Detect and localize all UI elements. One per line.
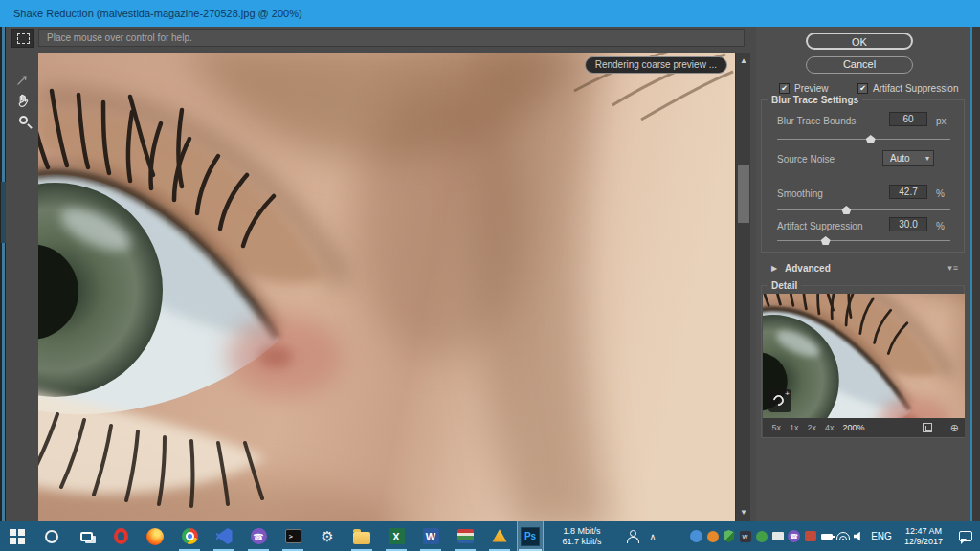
smoothing-label: Smoothing xyxy=(777,188,823,199)
tray-w-app[interactable]: w xyxy=(737,521,753,551)
taskbar-app-media[interactable] xyxy=(448,521,482,551)
smoothing-input[interactable] xyxy=(889,185,927,199)
taskbar-app-file-explorer[interactable] xyxy=(345,521,379,551)
taskbar-app-excel[interactable]: X xyxy=(379,521,413,551)
artifact-suppression-input[interactable] xyxy=(889,217,927,231)
people-button[interactable] xyxy=(625,530,639,542)
language-indicator[interactable]: ENG xyxy=(867,531,896,541)
shake-reduction-dialog: Place mouse over control for help. xyxy=(0,27,980,521)
clock-time: 12:47 AM xyxy=(896,526,951,537)
tray-mail[interactable] xyxy=(769,521,786,551)
clock-date: 12/9/2017 xyxy=(896,537,951,547)
taskbar-app-visual-studio[interactable] xyxy=(207,521,241,551)
start-button[interactable] xyxy=(0,521,34,551)
check-icon: ✔ xyxy=(859,84,866,93)
taskbar-app-firefox[interactable] xyxy=(138,521,172,551)
taskbar-app-word[interactable]: W xyxy=(413,521,448,551)
network-speed-indicator[interactable]: 1.8 Mbit/s 61.7 kbit/s xyxy=(544,526,620,547)
smoothing-unit: % xyxy=(936,188,945,199)
blur-trace-bounds-slider[interactable] xyxy=(777,135,950,144)
tray-viber[interactable]: ☎ xyxy=(786,521,802,551)
scrollbar-thumb[interactable] xyxy=(738,165,749,223)
artifact-suppression-checkbox-label[interactable]: Artifact Suppression xyxy=(873,83,959,94)
source-noise-dropdown[interactable]: Auto ▾ xyxy=(882,150,934,166)
preview-scrollbar[interactable]: ▲ ▼ xyxy=(735,53,750,521)
desktop-edge-right xyxy=(970,27,980,521)
taskbar-app-opera[interactable] xyxy=(103,521,138,551)
key-icon xyxy=(707,531,719,542)
crosshair-icon[interactable]: ⊕ xyxy=(950,422,959,434)
render-status-tooltip: Rendering coarse preview ... xyxy=(585,56,727,74)
detail-title: Detail xyxy=(768,280,801,291)
hand-tool[interactable] xyxy=(13,92,33,109)
blur-trace-bounds-unit: px xyxy=(936,116,947,126)
cortana-button[interactable] xyxy=(34,521,69,551)
popout-icon[interactable] xyxy=(923,423,932,432)
show-hidden-icons-button[interactable]: ∧ xyxy=(644,532,661,541)
detail-preview[interactable] xyxy=(763,294,965,418)
preview-image xyxy=(38,53,735,521)
tray-defender[interactable] xyxy=(721,521,737,551)
enhance-at-loupe-button[interactable]: + xyxy=(768,389,791,412)
taskbar-app-chrome[interactable] xyxy=(172,521,207,551)
battery-icon xyxy=(821,534,833,540)
cancel-button[interactable]: Cancel xyxy=(806,56,913,74)
task-view-button[interactable] xyxy=(69,521,103,551)
tray-key-app[interactable] xyxy=(704,521,721,551)
zoom-level-4x[interactable]: 4x xyxy=(825,423,835,432)
tray-green-app[interactable] xyxy=(753,521,769,551)
tray-wifi[interactable] xyxy=(835,521,851,551)
magnifier-icon xyxy=(19,116,28,124)
visual-studio-icon xyxy=(216,528,233,544)
taskbar-app-terminal[interactable]: >_ xyxy=(276,521,310,551)
action-center-button[interactable] xyxy=(959,531,972,541)
preview-canvas[interactable]: Rendering coarse preview ... xyxy=(38,53,735,521)
flyout-menu-icon[interactable]: ▾≡ xyxy=(947,263,959,273)
taskbar-app-viber[interactable]: ☎ xyxy=(241,521,276,551)
blur-trace-bounds-input[interactable] xyxy=(889,112,927,126)
tray-battery[interactable] xyxy=(818,521,835,551)
slider-thumb[interactable] xyxy=(821,236,831,245)
zoom-level-1x[interactable]: 1x xyxy=(790,423,799,432)
direction-arrow-icon xyxy=(15,72,31,87)
marquee-icon xyxy=(17,33,30,44)
scroll-up-icon[interactable]: ▲ xyxy=(736,55,751,68)
checkbox-row: ✔ Preview ✔ Artifact Suppression xyxy=(756,82,970,96)
blur-estimation-tool[interactable] xyxy=(11,29,34,48)
caret-down-icon: ▾ xyxy=(925,151,929,165)
blur-direction-tool[interactable] xyxy=(13,71,33,88)
ok-button[interactable]: OK xyxy=(806,33,913,50)
zoom-level-05x[interactable]: .5x xyxy=(769,423,781,432)
dialog-titlebar[interactable]: Shake Reduction (malvestida-magazine-270… xyxy=(0,0,980,27)
clock[interactable]: 12:47 AM 12/9/2017 xyxy=(896,526,951,547)
slider-thumb[interactable] xyxy=(841,206,851,214)
shield-icon xyxy=(724,530,735,542)
zoom-tool[interactable] xyxy=(13,111,33,128)
taskbar-app-design[interactable] xyxy=(482,521,517,551)
smoothing-slider[interactable] xyxy=(777,206,950,215)
tray-red-app[interactable] xyxy=(802,521,818,551)
zoom-level-200[interactable]: 200% xyxy=(843,423,865,432)
photoshop-icon: Ps xyxy=(521,527,540,546)
advanced-section-toggle[interactable]: ▶ Advanced ▾≡ xyxy=(761,260,965,277)
help-text: Place mouse over control for help. xyxy=(47,33,192,43)
slider-thumb[interactable] xyxy=(866,135,876,143)
hand-icon xyxy=(15,93,31,108)
preview-checkbox[interactable]: ✔ xyxy=(779,83,790,94)
viber-icon: ☎ xyxy=(251,528,267,544)
taskbar-app-photoshop-active[interactable]: Ps xyxy=(517,521,544,551)
taskbar-app-settings[interactable]: ⚙ xyxy=(310,521,345,551)
phone-glyph: ☎ xyxy=(790,533,798,540)
artifact-suppression-checkbox[interactable]: ✔ xyxy=(858,83,868,94)
scroll-down-icon[interactable]: ▼ xyxy=(736,506,751,519)
phone-glyph: ☎ xyxy=(253,532,263,541)
firefox-icon xyxy=(146,528,164,545)
tray-volume[interactable] xyxy=(851,521,867,551)
tray-network-globe[interactable] xyxy=(688,521,704,551)
artifact-suppression-slider[interactable] xyxy=(777,236,950,246)
refresh-arc-icon xyxy=(771,393,786,408)
preview-checkbox-label[interactable]: Preview xyxy=(794,83,829,94)
artifact-suppression-unit: % xyxy=(936,221,945,231)
expand-arrow-icon: ▶ xyxy=(771,264,777,273)
zoom-level-2x[interactable]: 2x xyxy=(808,423,817,432)
